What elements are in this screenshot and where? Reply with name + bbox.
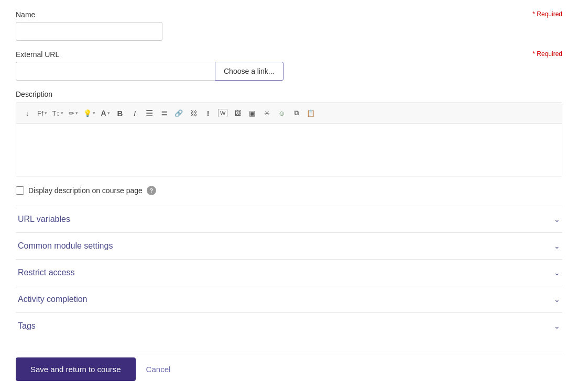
restrict-access-label: Restrict access bbox=[18, 268, 74, 277]
unordered-list-icon[interactable]: ☰ bbox=[143, 106, 156, 120]
bold-icon[interactable]: B bbox=[113, 106, 127, 120]
url-variables-chevron: ⌄ bbox=[554, 215, 560, 223]
tags-chevron: ⌄ bbox=[554, 322, 560, 330]
external-url-label: External URL bbox=[16, 50, 562, 59]
editor-container: ↓ Ff▾ T↕▾ ✏▾ 💡▾ A▾ bbox=[16, 103, 562, 176]
pen-icon[interactable]: ✏▾ bbox=[67, 106, 80, 120]
unlink-icon[interactable]: ⛓ bbox=[187, 106, 200, 120]
tags-label: Tags bbox=[18, 321, 36, 331]
spinner-icon[interactable]: ✳ bbox=[260, 106, 274, 120]
activity-completion-chevron: ⌄ bbox=[554, 295, 560, 304]
help-icon[interactable]: ? bbox=[147, 186, 156, 195]
arrow-down-icon[interactable]: ↓ bbox=[20, 106, 34, 120]
copy-icon[interactable]: ⧉ bbox=[289, 106, 303, 120]
display-description-label: Display description on course page bbox=[28, 186, 143, 195]
font-color-icon[interactable]: A▾ bbox=[99, 106, 112, 120]
description-field-group: Description ↓ Ff▾ T↕▾ ✏▾ 💡▾ bbox=[16, 90, 562, 176]
tags-section: Tags ⌄ bbox=[16, 312, 562, 339]
url-input-row: Choose a link... bbox=[16, 62, 562, 81]
external-url-input[interactable] bbox=[16, 62, 215, 81]
activity-completion-section: Activity completion ⌄ bbox=[16, 286, 562, 312]
save-button[interactable]: Save and return to course bbox=[16, 357, 136, 381]
link-icon[interactable]: 🔗 bbox=[172, 106, 186, 120]
font-family-icon[interactable]: Ff▾ bbox=[35, 106, 49, 120]
insert-image-icon[interactable]: 🖼 bbox=[231, 106, 244, 120]
restrict-access-header[interactable]: Restrict access ⌄ bbox=[16, 260, 562, 286]
insert-media-icon[interactable]: ▣ bbox=[245, 106, 259, 120]
paste-icon[interactable]: 📋 bbox=[304, 106, 318, 120]
emoticon-icon[interactable]: ☺ bbox=[275, 106, 288, 120]
common-module-settings-header[interactable]: Common module settings ⌄ bbox=[16, 233, 562, 259]
accordion-sections: URL variables ⌄ Common module settings ⌄… bbox=[16, 206, 562, 339]
page-container: Name * Required External URL * Required … bbox=[0, 0, 578, 391]
description-label: Description bbox=[16, 90, 562, 98]
activity-completion-label: Activity completion bbox=[18, 295, 88, 304]
italic-icon[interactable]: I bbox=[128, 106, 141, 120]
url-variables-section: URL variables ⌄ bbox=[16, 206, 562, 232]
cancel-button[interactable]: Cancel bbox=[146, 357, 171, 381]
name-input[interactable] bbox=[16, 22, 162, 41]
editor-toolbar: ↓ Ff▾ T↕▾ ✏▾ 💡▾ A▾ bbox=[16, 103, 562, 124]
display-description-row: Display description on course page ? bbox=[16, 186, 562, 195]
external-url-required: * Required bbox=[532, 50, 562, 58]
activity-completion-header[interactable]: Activity completion ⌄ bbox=[16, 286, 562, 312]
url-variables-label: URL variables bbox=[18, 215, 70, 224]
common-module-settings-label: Common module settings bbox=[18, 241, 113, 251]
ordered-list-icon[interactable]: ≣ bbox=[157, 106, 171, 120]
url-variables-header[interactable]: URL variables ⌄ bbox=[16, 206, 562, 232]
name-label: Name bbox=[16, 10, 562, 19]
choose-link-button[interactable]: Choose a link... bbox=[215, 62, 283, 81]
common-module-settings-chevron: ⌄ bbox=[554, 242, 560, 250]
restrict-access-chevron: ⌄ bbox=[554, 268, 560, 277]
name-field-group: Name * Required bbox=[16, 10, 562, 41]
exclamation-icon[interactable]: ! bbox=[201, 106, 215, 120]
tags-header[interactable]: Tags ⌄ bbox=[16, 313, 562, 339]
bottom-actions: Save and return to course Cancel bbox=[16, 352, 562, 381]
restrict-access-section: Restrict access ⌄ bbox=[16, 259, 562, 286]
editor-body[interactable] bbox=[16, 124, 562, 176]
external-url-field-group: External URL * Required Choose a link... bbox=[16, 50, 562, 81]
common-module-settings-section: Common module settings ⌄ bbox=[16, 232, 562, 259]
name-required: * Required bbox=[532, 10, 562, 18]
text-size-icon[interactable]: T↕▾ bbox=[50, 106, 66, 120]
highlight-icon[interactable]: 💡▾ bbox=[81, 106, 97, 120]
insert-word-icon[interactable]: W bbox=[216, 106, 230, 120]
display-description-checkbox[interactable] bbox=[16, 186, 24, 195]
